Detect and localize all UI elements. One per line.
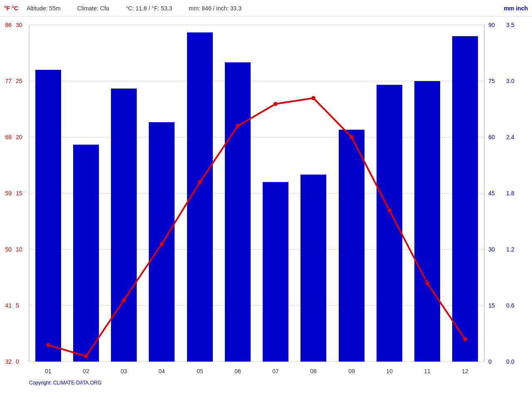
bar-03 bbox=[111, 89, 137, 362]
precip-label: mm: 846 / inch: 33.3 bbox=[189, 5, 241, 12]
fa-label-41: 41 bbox=[5, 302, 12, 309]
temp-label: °C: 11.8 / °F: 53.3 bbox=[126, 5, 172, 12]
right-axis-inch: 3.5 3.0 2.4 1.8 1.2 0.6 0.0 bbox=[506, 22, 515, 365]
inch-label-30: 3.0 bbox=[506, 78, 515, 84]
inch-label-24: 2.4 bbox=[506, 134, 515, 140]
mm-label-75: 75 bbox=[488, 78, 495, 84]
fa-label-77: 77 bbox=[5, 78, 12, 84]
inch-label-06: 0.6 bbox=[506, 302, 515, 309]
temp-dot-01 bbox=[46, 343, 50, 347]
climate-label: Climate: Cfa bbox=[77, 5, 109, 12]
temp-dot-02 bbox=[84, 354, 88, 358]
fa-label-32: 32 bbox=[5, 358, 12, 365]
inch-label-12: 1.2 bbox=[506, 246, 515, 253]
temp-dot-08 bbox=[311, 96, 315, 100]
bar-11 bbox=[414, 81, 440, 362]
chart-header: °F °C Altitude: 55m Climate: Cfa °C: 11.… bbox=[0, 0, 532, 17]
left-axis-fahrenheit: 86 77 68 59 50 41 32 bbox=[5, 22, 12, 365]
mm-label: mm bbox=[504, 5, 514, 12]
temp-dot-10 bbox=[387, 208, 392, 212]
month-09: 09 bbox=[348, 368, 355, 374]
month-12: 12 bbox=[462, 368, 468, 374]
mm-label-90: 90 bbox=[488, 22, 495, 28]
c-label-15: 15 bbox=[16, 190, 22, 197]
temp-dot-12 bbox=[463, 337, 467, 341]
bar-08 bbox=[300, 175, 326, 362]
bar-12 bbox=[452, 36, 478, 362]
fa-label-68: 68 bbox=[5, 134, 12, 140]
month-04: 04 bbox=[158, 368, 165, 374]
inch-label-35: 3.5 bbox=[506, 22, 515, 28]
fahrenheit-label: °F bbox=[4, 5, 10, 12]
c-label-30: 30 bbox=[16, 22, 22, 28]
bar-09 bbox=[339, 130, 365, 362]
month-11: 11 bbox=[424, 368, 431, 374]
month-03: 03 bbox=[121, 368, 127, 374]
bar-06 bbox=[225, 62, 251, 362]
bar-02 bbox=[73, 145, 99, 362]
temp-dot-06 bbox=[236, 124, 240, 128]
temp-dot-09 bbox=[350, 135, 354, 139]
precipitation-bars bbox=[35, 32, 478, 362]
month-01: 01 bbox=[45, 368, 52, 374]
c-label-25: 25 bbox=[16, 78, 22, 84]
c-label-5: 5 bbox=[16, 302, 19, 309]
month-labels: 01 02 03 04 05 06 07 08 09 10 11 12 bbox=[45, 368, 468, 374]
fa-label-59: 59 bbox=[5, 190, 12, 197]
celsius-label: °C bbox=[12, 5, 18, 12]
mm-label-60: 60 bbox=[488, 134, 495, 140]
altitude-label: Altitude: 55m bbox=[27, 5, 61, 12]
temp-dot-07 bbox=[273, 102, 278, 106]
copyright-text: Copyright: CLIMATE-DATA.ORG bbox=[29, 380, 101, 386]
temp-dot-04 bbox=[160, 242, 164, 246]
chart-container: °F °C Altitude: 55m Climate: Cfa °C: 11.… bbox=[0, 0, 532, 399]
temp-dot-11 bbox=[425, 281, 429, 285]
c-label-20: 20 bbox=[16, 134, 22, 140]
temp-dot-05 bbox=[198, 180, 202, 184]
bar-01 bbox=[35, 70, 61, 362]
left-axis-celsius: 30 25 20 15 10 5 0 bbox=[16, 22, 22, 365]
mm-label-15: 15 bbox=[488, 302, 495, 309]
month-07: 07 bbox=[272, 368, 279, 374]
month-06: 06 bbox=[234, 368, 241, 374]
fa-label-86: 86 bbox=[5, 22, 12, 28]
temp-dot-03 bbox=[122, 298, 126, 302]
c-label-10: 10 bbox=[16, 246, 22, 253]
climate-chart: 86 77 68 59 50 41 32 30 25 20 15 10 5 0 … bbox=[0, 17, 532, 387]
inch-label: inch bbox=[516, 5, 528, 12]
right-axis-mm: 90 75 60 45 30 15 0 bbox=[488, 22, 495, 365]
mm-label-30: 30 bbox=[488, 246, 495, 253]
c-label-0: 0 bbox=[16, 358, 19, 365]
bar-07 bbox=[263, 182, 288, 362]
fa-label-50: 50 bbox=[5, 246, 12, 253]
month-02: 02 bbox=[83, 368, 89, 374]
month-10: 10 bbox=[386, 368, 393, 374]
month-05: 05 bbox=[197, 368, 203, 374]
month-08: 08 bbox=[310, 368, 317, 374]
temp-polyline bbox=[48, 98, 465, 356]
mm-label-45: 45 bbox=[488, 190, 495, 197]
mm-label-0: 0 bbox=[488, 358, 492, 365]
temperature-line bbox=[46, 96, 467, 358]
inch-label-00: 0.0 bbox=[506, 358, 515, 365]
bar-10 bbox=[377, 85, 402, 362]
inch-label-18: 1.8 bbox=[506, 190, 515, 197]
